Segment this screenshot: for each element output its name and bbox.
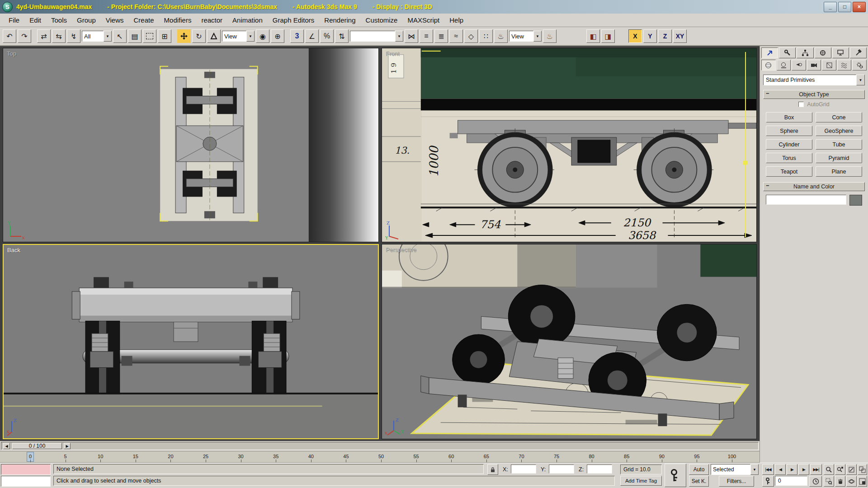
select-by-name-icon[interactable]: ▤ bbox=[128, 29, 142, 43]
menu-edit[interactable]: Edit bbox=[24, 14, 46, 26]
set-keys-button[interactable] bbox=[665, 464, 686, 487]
viewport-label-top[interactable]: Top bbox=[7, 50, 16, 57]
object-color-swatch[interactable] bbox=[849, 195, 862, 206]
snap-toggle-3d-icon[interactable]: 3 bbox=[290, 29, 304, 43]
tab-motion[interactable] bbox=[815, 47, 831, 58]
object-type-pyramid[interactable]: Pyramid bbox=[816, 153, 862, 163]
toolbar-misc-icon-1[interactable]: ◧ bbox=[586, 29, 600, 43]
object-type-tube[interactable]: Tube bbox=[816, 139, 862, 150]
select-and-scale-icon[interactable] bbox=[207, 29, 221, 43]
menu-create[interactable]: Create bbox=[129, 14, 159, 26]
angle-snap-toggle-icon[interactable]: ∠ bbox=[305, 29, 319, 43]
viewport-back[interactable]: Back Z x bbox=[3, 244, 379, 439]
object-type-teapot[interactable]: Teapot bbox=[766, 166, 812, 177]
axis-constraint-x[interactable]: X bbox=[628, 29, 642, 43]
window-crossing-toggle-icon[interactable]: ⊞ bbox=[158, 29, 171, 43]
axis-constraint-z[interactable]: Z bbox=[658, 29, 672, 43]
axis-constraint-xy[interactable]: XY bbox=[673, 29, 687, 43]
layer-manager-icon[interactable]: ≣ bbox=[434, 29, 448, 43]
previous-frame-button[interactable]: ◀ bbox=[775, 464, 786, 475]
object-type-cylinder[interactable]: Cylinder bbox=[766, 139, 812, 150]
viewport-front[interactable]: 1 9 13. 1000 bbox=[382, 48, 757, 242]
maxscript-mini-listener-pink[interactable] bbox=[1, 464, 51, 475]
zoom-extents-all-button[interactable] bbox=[858, 464, 867, 475]
menu-customize[interactable]: Customize bbox=[361, 14, 403, 26]
tab-hierarchy[interactable] bbox=[797, 47, 813, 58]
rollout-name-and-color[interactable]: − Name and Color bbox=[763, 182, 865, 191]
rectangular-selection-region-icon[interactable] bbox=[143, 29, 156, 43]
object-type-cone[interactable]: Cone bbox=[816, 112, 862, 122]
pan-button[interactable] bbox=[835, 476, 845, 487]
play-button[interactable]: ▶ bbox=[787, 464, 797, 475]
spinner-snap-toggle-icon[interactable]: ⇅ bbox=[335, 29, 349, 43]
menu-modifiers[interactable]: Modifiers bbox=[159, 14, 197, 26]
align-icon[interactable]: ≡ bbox=[420, 29, 433, 43]
previous-frame-arrow-icon[interactable]: ◀ bbox=[3, 443, 10, 449]
key-filters-button[interactable]: Filters... bbox=[719, 476, 754, 487]
menu-animation[interactable]: Animation bbox=[227, 14, 268, 26]
time-slider-handle[interactable]: 0 / 100 bbox=[12, 443, 62, 449]
redo-icon[interactable]: ↷ bbox=[18, 29, 31, 43]
mirror-icon[interactable]: ⋈ bbox=[405, 29, 418, 43]
tab-display[interactable] bbox=[832, 47, 849, 58]
menu-rendering[interactable]: Rendering bbox=[319, 14, 360, 26]
rollout-object-type[interactable]: − Object Type bbox=[763, 90, 865, 99]
next-frame-arrow-icon[interactable]: ▶ bbox=[64, 443, 71, 449]
render-scene-icon[interactable]: ♨ bbox=[494, 29, 508, 43]
z-coordinate-field[interactable] bbox=[587, 465, 612, 474]
time-configuration-button[interactable] bbox=[809, 476, 822, 487]
select-and-manipulate-icon[interactable]: ⊕ bbox=[271, 29, 284, 43]
maximize-viewport-toggle-button[interactable] bbox=[858, 476, 867, 487]
viewport-label-back[interactable]: Back bbox=[7, 247, 20, 253]
zoom-all-button[interactable] bbox=[835, 464, 845, 475]
undo-icon[interactable]: ↶ bbox=[3, 29, 16, 43]
zoom-region-button[interactable] bbox=[824, 476, 834, 487]
select-and-link-icon[interactable]: ⇄ bbox=[37, 29, 51, 43]
chevron-down-icon[interactable]: ▼ bbox=[104, 31, 112, 42]
object-type-geosphere[interactable]: GeoSphere bbox=[816, 126, 862, 136]
next-frame-button[interactable]: ▶ bbox=[798, 464, 809, 475]
menu-group[interactable]: Group bbox=[72, 14, 101, 26]
close-button[interactable]: × bbox=[853, 2, 866, 12]
category-geometry[interactable] bbox=[761, 60, 776, 70]
chevron-down-icon[interactable]: ▼ bbox=[246, 31, 255, 42]
chevron-down-icon[interactable]: ▼ bbox=[856, 75, 865, 85]
maximize-button[interactable]: □ bbox=[838, 2, 851, 12]
menu-tools[interactable]: Tools bbox=[46, 14, 72, 26]
y-coordinate-field[interactable] bbox=[549, 465, 574, 474]
category-shapes[interactable] bbox=[777, 60, 791, 70]
menu-reactor[interactable]: reactor bbox=[196, 14, 227, 26]
named-selection-sets-dropdown[interactable]: ▼ bbox=[350, 31, 403, 42]
tab-modify[interactable] bbox=[779, 47, 796, 58]
category-space-warps[interactable] bbox=[837, 60, 852, 70]
zoom-button[interactable] bbox=[824, 464, 834, 475]
category-systems[interactable] bbox=[852, 60, 867, 70]
go-to-end-button[interactable]: ▶▶| bbox=[810, 464, 822, 475]
viewport-perspective[interactable]: Perspective Z x Y bbox=[382, 244, 757, 439]
object-name-field[interactable] bbox=[766, 195, 846, 205]
x-coordinate-field[interactable] bbox=[511, 465, 536, 474]
menu-views[interactable]: Views bbox=[101, 14, 129, 26]
maxscript-mini-listener-white[interactable] bbox=[1, 476, 51, 487]
set-key-mode-button[interactable]: Set K. bbox=[689, 476, 709, 487]
use-pivot-point-center-icon[interactable]: ◉ bbox=[256, 29, 269, 43]
render-type-dropdown[interactable]: View▼ bbox=[509, 31, 542, 42]
time-slider-track[interactable]: ◀ 0 / 100 ▶ bbox=[1, 442, 759, 450]
toolbar-misc-icon-2[interactable]: ◨ bbox=[601, 29, 615, 43]
reference-coordinate-system-dropdown[interactable]: View▼ bbox=[222, 31, 255, 42]
key-mode-toggle-button[interactable] bbox=[762, 476, 774, 487]
schematic-view-icon[interactable]: ◇ bbox=[464, 29, 478, 43]
key-selected-dropdown[interactable]: Selected ▼ bbox=[711, 464, 759, 475]
chevron-down-icon[interactable]: ▼ bbox=[395, 31, 403, 42]
percent-snap-toggle-icon[interactable]: % bbox=[320, 29, 334, 43]
arc-rotate-button[interactable] bbox=[846, 476, 857, 487]
menu-file[interactable]: File bbox=[4, 14, 24, 26]
object-type-plane[interactable]: Plane bbox=[816, 166, 862, 177]
curve-editor-icon[interactable]: ≈ bbox=[449, 29, 463, 43]
menu-graph-editors[interactable]: Graph Editors bbox=[268, 14, 320, 26]
bind-to-space-warp-icon[interactable]: ↯ bbox=[67, 29, 80, 43]
track-bar[interactable]: 0510152025303540455055606570758085909510… bbox=[0, 451, 760, 463]
selection-lock-toggle[interactable] bbox=[487, 464, 498, 475]
menu-help[interactable]: Help bbox=[444, 14, 468, 26]
auto-key-button[interactable]: Auto bbox=[689, 464, 709, 475]
